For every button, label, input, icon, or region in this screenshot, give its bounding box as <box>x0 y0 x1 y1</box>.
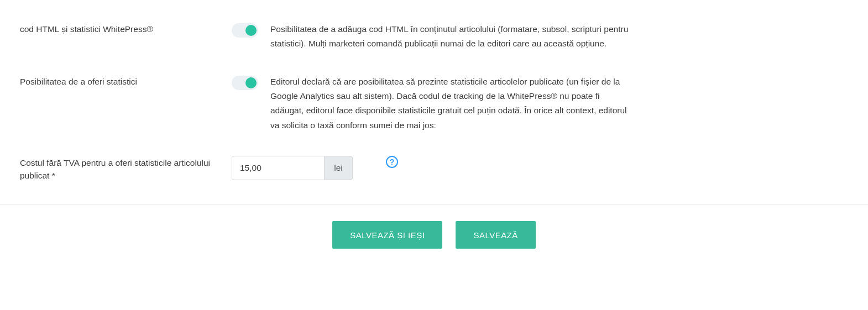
input-group-cost: lei <box>232 156 353 180</box>
label-cost: Costul fără TVA pentru a oferi statistic… <box>20 156 232 182</box>
control-cost: lei ? <box>232 156 848 180</box>
desc-stats: Editorul declară că are posibilitatea să… <box>270 75 635 133</box>
desc-html-code: Posibilitatea de a adăuga cod HTML în co… <box>270 22 635 51</box>
save-exit-button[interactable]: SALVEAZĂ ȘI IEȘI <box>332 221 442 249</box>
label-stats: Posibilitatea de a oferi statistici <box>20 75 232 88</box>
control-html-code: Posibilitatea de a adăuga cod HTML în co… <box>232 22 848 51</box>
cost-unit: lei <box>324 156 353 180</box>
row-stats: Posibilitatea de a oferi statistici Edit… <box>20 75 848 133</box>
cost-input[interactable] <box>232 156 324 180</box>
row-cost: Costul fără TVA pentru a oferi statistic… <box>20 156 848 182</box>
control-stats: Editorul declară că are posibilitatea să… <box>232 75 848 133</box>
row-html-code: cod HTML și statistici WhitePress® Posib… <box>20 22 848 51</box>
footer-actions: SALVEAZĂ ȘI IEȘI SALVEAZĂ <box>0 204 868 271</box>
save-button[interactable]: SALVEAZĂ <box>456 221 535 249</box>
label-html-code: cod HTML și statistici WhitePress® <box>20 22 232 35</box>
help-icon[interactable]: ? <box>386 156 398 168</box>
toggle-stats[interactable] <box>232 76 258 90</box>
form-section: cod HTML și statistici WhitePress® Posib… <box>0 0 868 204</box>
toggle-html-code[interactable] <box>232 23 258 38</box>
